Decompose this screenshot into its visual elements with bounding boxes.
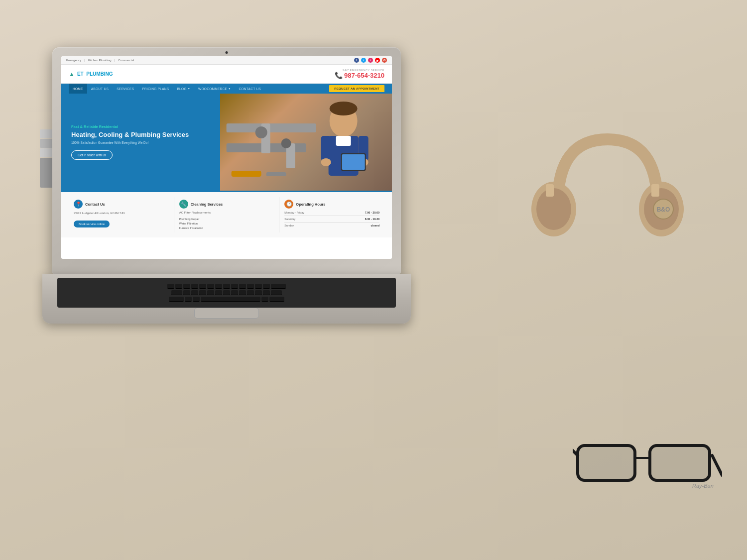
glasses: Ray-Ban <box>573 441 722 505</box>
info-bar: 📍 Contact Us 35/37 Ludgate Hill London, … <box>61 191 392 237</box>
phone-area: 24/7 EMERGENCY SERVICE 📞 987-654-3210 <box>335 69 384 79</box>
logo-prefix: ET <box>77 71 84 77</box>
services-title: Cleaning Services <box>191 202 223 207</box>
nav-services[interactable]: SERVICES <box>113 84 138 94</box>
key[interactable] <box>239 284 246 289</box>
key[interactable] <box>171 290 182 295</box>
topbar-link-emergency[interactable]: Emergency <box>66 59 81 62</box>
hours-divider-1 <box>284 216 379 216</box>
service-item-2: Water Filtration <box>179 221 274 225</box>
nav-contact[interactable]: CONTACT US <box>235 84 265 94</box>
key[interactable] <box>263 290 270 295</box>
logo: ▲ ET PLUMBING <box>69 71 113 78</box>
contact-icon: 📍 <box>74 200 83 209</box>
key[interactable] <box>175 284 182 289</box>
hero-cta-button[interactable]: Get in touch with us <box>71 150 113 160</box>
svg-rect-30 <box>650 446 710 480</box>
svg-text:Ray-Ban: Ray-Ban <box>692 483 714 489</box>
key[interactable] <box>215 290 222 295</box>
nav-links: HOME ABOUT US SERVICES PRICING PLANS BLO… <box>69 84 265 94</box>
services-header: 🔧 Cleaning Services <box>179 200 274 209</box>
services-subtitle: AC Filter Replacements <box>179 211 274 214</box>
plumber-background <box>220 94 392 191</box>
key[interactable] <box>255 290 262 295</box>
key[interactable] <box>231 284 238 289</box>
hours-block: 🕐 Operating Hours Monday - Friday 7.00 -… <box>279 197 384 232</box>
phone-number: 📞 987-654-3210 <box>335 72 384 79</box>
appointment-button[interactable]: REQUEST AN APPOINTMENT <box>329 85 384 92</box>
key[interactable] <box>269 297 284 302</box>
nav-home[interactable]: HOME <box>69 84 87 94</box>
key[interactable] <box>215 284 222 289</box>
key[interactable] <box>263 284 270 289</box>
social-facebook-icon[interactable]: f <box>354 58 359 63</box>
key[interactable] <box>255 284 262 289</box>
svg-rect-25 <box>651 184 659 197</box>
key[interactable] <box>167 284 174 289</box>
top-bar-links: Emergency | Kitchen Plumbing | Commercia… <box>66 59 134 62</box>
svg-rect-28 <box>578 446 635 480</box>
site-header: ▲ ET PLUMBING 24/7 EMERGENCY SERVICE 📞 9… <box>61 65 392 84</box>
service-item-3: Furnace Installation <box>179 225 274 230</box>
hours-row-saturday: Saturday 8.30 - 19.30 <box>284 218 379 221</box>
key[interactable] <box>199 290 206 295</box>
key[interactable] <box>183 290 190 295</box>
key[interactable] <box>191 284 198 289</box>
key[interactable] <box>239 290 246 295</box>
social-google-icon[interactable]: G <box>382 58 387 63</box>
keyboard-row-3 <box>61 297 392 302</box>
services-block: 🔧 Cleaning Services AC Filter Replacemen… <box>174 197 280 232</box>
navigation: HOME ABOUT US SERVICES PRICING PLANS BLO… <box>61 84 392 94</box>
key[interactable] <box>271 290 282 295</box>
social-twitter-icon[interactable]: t <box>361 58 366 63</box>
key[interactable] <box>231 290 238 295</box>
key[interactable] <box>207 290 214 295</box>
key[interactable] <box>271 284 286 289</box>
key[interactable] <box>193 297 200 302</box>
top-bar: Emergency | Kitchen Plumbing | Commercia… <box>61 56 392 65</box>
contact-title: Contact Us <box>85 202 105 207</box>
key[interactable] <box>247 290 254 295</box>
phone-icon: 📞 <box>335 72 343 79</box>
key[interactable] <box>247 284 254 289</box>
key[interactable] <box>169 297 184 302</box>
svg-rect-24 <box>546 184 554 197</box>
hours-header: 🕐 Operating Hours <box>284 200 379 209</box>
social-youtube-icon[interactable]: ▶ <box>375 58 380 63</box>
spacebar-key[interactable] <box>201 297 260 302</box>
trackpad[interactable] <box>194 308 259 319</box>
key[interactable] <box>207 284 214 289</box>
hours-row-weekday: Monday - Friday 7.00 - 20.00 <box>284 211 379 214</box>
contact-block: 📍 Contact Us 35/37 Ludgate Hill London, … <box>69 197 174 232</box>
key[interactable] <box>223 284 230 289</box>
social-instagram-icon[interactable]: i <box>368 58 373 63</box>
key[interactable] <box>191 290 198 295</box>
hours-divider-2 <box>284 222 379 223</box>
contact-header: 📍 Contact Us <box>74 200 169 209</box>
key[interactable] <box>261 297 268 302</box>
headphones-svg: B&O <box>528 124 687 264</box>
topbar-link-commercial[interactable]: Commercial <box>118 59 134 62</box>
svg-rect-11 <box>336 136 351 146</box>
nav-blog[interactable]: BLOG ▼ <box>173 84 194 94</box>
svg-point-5 <box>281 138 291 148</box>
keyboard-row-1 <box>61 284 392 289</box>
svg-rect-12 <box>321 136 331 161</box>
topbar-link-kitchen[interactable]: Kitchen Plumbing <box>88 59 112 62</box>
webcam <box>226 51 228 54</box>
nav-pricing[interactable]: PRICING PLANS <box>138 84 173 94</box>
svg-rect-0 <box>226 123 316 132</box>
logo-text: ET PLUMBING <box>77 71 113 77</box>
book-service-button[interactable]: Book service online <box>74 221 110 227</box>
hero-content: Fast & Reliable Residental Heating, Cool… <box>61 94 220 191</box>
nav-woocommerce[interactable]: WOOCOMMERCE ▼ <box>194 84 235 94</box>
key[interactable] <box>223 290 230 295</box>
screen-bezel: Emergency | Kitchen Plumbing | Commercia… <box>52 47 401 274</box>
key[interactable] <box>185 297 192 302</box>
nav-about[interactable]: ABOUT US <box>87 84 113 94</box>
key[interactable] <box>183 284 190 289</box>
svg-text:B&O: B&O <box>657 206 670 213</box>
logo-suffix: PLUMBING <box>86 71 113 77</box>
key[interactable] <box>199 284 206 289</box>
svg-line-26 <box>712 455 722 475</box>
